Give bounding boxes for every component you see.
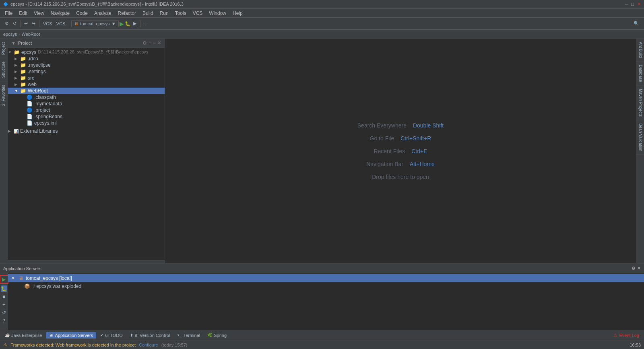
event-log-tab[interactable]: ⚠ Event Log [610,332,642,339]
java-enterprise-icon: ☕ [5,333,10,337]
web-folder-icon: 📁 [20,82,26,87]
toolbar-vcs2-btn[interactable]: VCS [55,21,67,27]
tree-item-epcsysiml[interactable]: 📄 epcsys.iml [8,120,165,126]
horizontal-scrollbar[interactable] [8,260,165,263]
tree-item-settings[interactable]: ▶ 📁 .settings [8,68,165,75]
hint-search-everywhere: Search Everywhere Double Shift [357,122,444,129]
run-config-selector[interactable]: 🖥 tomcat_epcsys ▼ [71,20,118,27]
toolbar-redo-btn[interactable]: ↪ [30,20,37,27]
server-run-button[interactable]: ▶ [0,275,8,284]
tree-item-project[interactable]: 🔵 .project [8,107,165,113]
app-servers-settings-icon[interactable]: ⚙ [632,266,636,271]
web-arrow: ▶ [14,82,20,86]
server-tomcat-item[interactable]: ▼ 🖥 tomcat_epcsys [local] [8,274,644,282]
run-config-dropdown-icon: ▼ [111,21,116,26]
menu-window[interactable]: Window [206,10,229,17]
right-tab-database[interactable]: Database [636,62,644,86]
left-sidebar-tabs: Project Structure 2: Favorites [0,39,8,263]
app-servers-header: Application Servers ⚙ ✕ [0,264,644,273]
terminal-icon: >_ [177,333,182,337]
extlibs-icon: 📊 [14,129,19,133]
left-tab-project[interactable]: Project [0,39,8,58]
toolbar-vcs-btn[interactable]: VCS [41,21,54,27]
bottom-tab-todo[interactable]: ✔ 6: TODO [97,332,126,339]
app-servers-content: ▶ 🐛 ■ + ↺ ? ▼ 🖥 tomcat_epcsys [local] 📦 … [0,273,644,330]
left-tab-structure[interactable]: Structure [0,58,8,81]
bottom-tab-terminal[interactable]: >_ Terminal [174,332,203,339]
menu-file[interactable]: File [2,10,16,17]
menu-build[interactable]: Build [139,10,157,17]
event-log-label: Event Log [619,333,639,338]
toolbar-sync-btn[interactable]: ↺ [11,20,18,27]
run-button[interactable]: ▶ [120,21,124,27]
breadcrumb-item-1[interactable]: epcsys [3,32,17,37]
status-time: 16:53 [630,343,641,347]
panel-collapse-icon[interactable]: + [149,40,151,46]
menu-analyze[interactable]: Analyze [91,10,115,17]
menu-help[interactable]: Help [229,10,246,17]
tree-item-root[interactable]: ▼ 📁 epcsys D:\114.215.206.26_svn\Epcsys\… [8,49,165,55]
menu-run[interactable]: Run [157,10,172,17]
coverage-btn[interactable]: ▶̲ [132,20,138,27]
server-refresh-btn[interactable]: ↺ [1,310,7,316]
editor-content: Search Everywhere Double Shift Go to Fil… [165,39,636,263]
server-add-btn[interactable]: + [1,302,7,308]
tree-item-webroot[interactable]: ▼ 📁 WebRoot [8,88,165,94]
tree-item-classpath[interactable]: 🔵 .classpath [8,94,165,101]
springbeans-icon: 📄 [27,114,33,119]
tree-item-mymetadata[interactable]: 📄 .mymetadata [8,101,165,107]
right-tab-bean[interactable]: Bean Validation [636,120,644,155]
tree-item-extlibs[interactable]: ▶ 📊 External Libraries [8,128,165,134]
toolbar-settings-btn[interactable]: ⚙ [3,20,10,27]
project-tree: ▼ 📁 epcsys D:\114.215.206.26_svn\Epcsys\… [8,48,165,260]
app-servers-tab-label: Application Servers [55,333,93,338]
springbeans-label: .springBeans [34,114,62,119]
server-deployment-item[interactable]: 📦 ? epcsys:war exploded [8,282,644,290]
toolbar-undo-btn[interactable]: ↩ [23,20,29,27]
debug-button[interactable]: 🐛 [125,21,131,27]
tree-item-idea[interactable]: ▶ 📁 .idea [8,55,165,62]
toolbar-more-btn[interactable]: ⋯ [142,20,150,27]
tree-item-web[interactable]: ▶ 📁 web [8,81,165,88]
right-tab-maven[interactable]: Maven Projects [636,86,644,120]
right-tab-ant[interactable]: Ant Build [636,39,644,62]
server-debug-btn[interactable]: 🐛 [1,285,7,292]
status-bar-left: ⚠ Frameworks detected: Web framework is … [3,342,188,347]
menu-edit[interactable]: Edit [16,10,31,17]
project-icon: 🔵 [27,107,33,113]
bottom-tab-java-enterprise[interactable]: ☕ Java Enterprise [2,332,45,339]
menu-tools[interactable]: Tools [172,10,190,17]
status-warning-icon: ⚠ [3,342,7,347]
settings-label: .settings [28,69,46,74]
hint-recent-label: Recent Files [374,148,405,154]
breadcrumb-item-2[interactable]: WebRoot [22,32,40,37]
status-time-text: (today 15:57) [161,343,188,347]
app-servers-close-icon[interactable]: ✕ [637,266,641,271]
tree-item-springbeans[interactable]: 📄 .springBeans [8,113,165,120]
menu-view[interactable]: View [31,10,47,17]
server-stop-btn[interactable]: ■ [1,294,7,300]
tree-item-src[interactable]: ▶ 📁 src [8,75,165,81]
status-configure-link[interactable]: Configure [139,343,158,347]
tree-item-myeclipse[interactable]: ▶ 📁 .myeclipse [8,62,165,68]
breadcrumb-sep: › [19,32,20,36]
panel-hide-icon[interactable]: ✕ [157,40,161,46]
bottom-tab-vcs[interactable]: ⬆ 9: Version Control [127,332,173,339]
bottom-tab-app-servers[interactable]: 🖥 Application Servers [46,332,96,339]
menu-code[interactable]: Code [73,10,91,17]
toolbar-search-btn[interactable]: 🔍 [632,20,641,27]
left-tab-favorites[interactable]: 2: Favorites [0,81,8,109]
server-unknown-btn[interactable]: ? [1,318,7,324]
menu-navigate[interactable]: Navigate [47,10,73,17]
maximize-btn[interactable]: □ [631,2,634,7]
hint-goto-file: Go to File Ctrl+Shift+R [370,135,431,142]
web-label: web [28,82,37,87]
close-btn[interactable]: ✕ [637,2,641,7]
bottom-tab-spring[interactable]: 🌿 Spring [204,332,230,339]
panel-sync-icon[interactable]: ⚙ [142,40,147,46]
menu-vcs[interactable]: VCS [190,10,206,17]
menu-refactor[interactable]: Refactor [115,10,139,17]
panel-settings-icon[interactable]: ≡ [153,40,156,46]
minimize-btn[interactable]: ─ [625,2,628,7]
project-label: .project [34,107,50,113]
